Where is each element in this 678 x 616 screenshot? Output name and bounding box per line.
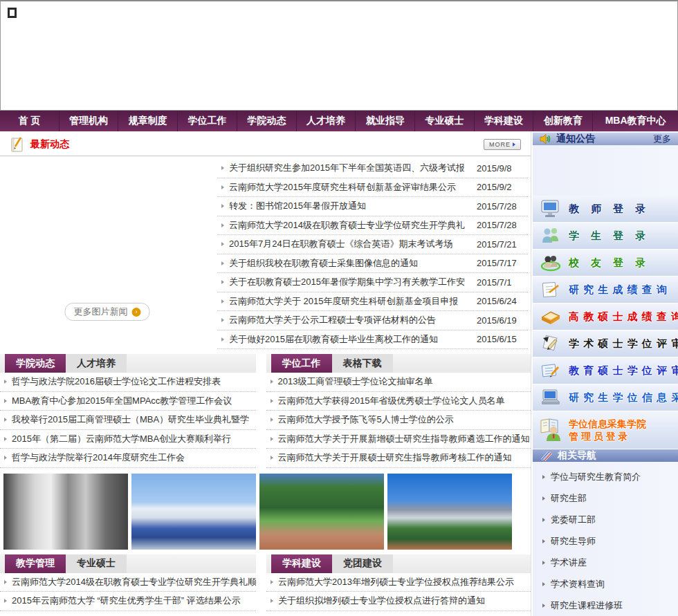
news-row: 云南师范大学2014级在职教育硕士专业学位研究生开学典礼2015/7/28 bbox=[217, 216, 528, 236]
sculpture-garden-photo[interactable] bbox=[259, 474, 384, 550]
button-label: 研 究 生 学 位 信 息 采 集 bbox=[569, 391, 678, 404]
news-link[interactable]: 云南师范大学2014级在职教育硕士专业学位研究生开学典礼 bbox=[229, 219, 473, 232]
related-link[interactable]: 学术讲座 bbox=[533, 552, 678, 573]
news-link[interactable]: 关于组织拟增列硕士专业学位授权点进行答辩的通知 bbox=[278, 595, 531, 607]
news-row: 转发：图书馆2015年暑假开放通知2015/7/28 bbox=[217, 197, 528, 216]
notice-more-link[interactable]: 更多 bbox=[653, 133, 671, 145]
news-date: 2015/7/1 bbox=[473, 277, 528, 288]
tab-form-download[interactable]: 表格下载 bbox=[332, 354, 393, 373]
bullet-arrow-icon bbox=[221, 204, 224, 208]
news-date: 2015/9/8 bbox=[473, 163, 528, 174]
grades-note-icon bbox=[533, 280, 569, 299]
more-photo-news-button[interactable]: 更多图片新闻› bbox=[65, 303, 150, 321]
news-row: 关于组织研究生参加2015年下半年全国英语四、六级考试报2015/9/8 bbox=[217, 159, 528, 178]
related-link[interactable]: 研究生导师 bbox=[533, 530, 678, 552]
news-link[interactable]: 2015年7月24日在职教育硕士《综合英语》期末考试考场 bbox=[229, 238, 473, 250]
news-link[interactable]: 关于组织我校在职教育硕士采集图像信息的通知 bbox=[229, 257, 473, 270]
grad-grades-query-button[interactable]: 研 究 生 成 绩 查 询 bbox=[533, 277, 678, 304]
news-link[interactable]: 云南师范大学2013年增列硕士专业学位授权点推荐结果公示 bbox=[278, 576, 531, 588]
campus-building-statue-photo[interactable] bbox=[387, 474, 512, 550]
related-link[interactable]: 研究生课程进修班 bbox=[533, 595, 678, 616]
nav-item-discipline[interactable]: 学科建设 bbox=[475, 111, 534, 131]
nav-item-employment[interactable]: 就业指导 bbox=[356, 111, 415, 131]
section-teaching: 教学管理 专业硕士 云南师范大学2014级在职教育硕士专业学位研究生开学典礼顺 … bbox=[0, 554, 256, 611]
related-link[interactable]: 研究生部 bbox=[533, 487, 678, 509]
tab-professional-master[interactable]: 专业硕士 bbox=[66, 554, 127, 573]
notice-header: 通知公告 更多 bbox=[533, 133, 678, 145]
student-login-button[interactable]: 学 生 登 录 bbox=[533, 223, 678, 250]
nav-item-mba-center[interactable]: MBA教育中心 bbox=[593, 111, 678, 131]
nav-item-innovation[interactable]: 创新教育 bbox=[533, 111, 593, 131]
news-link[interactable]: 2015年云南师范大学 “研究生优秀学生干部” 评选结果公示 bbox=[12, 595, 256, 607]
edu-note-icon bbox=[533, 361, 569, 380]
bullet-arrow-icon bbox=[221, 280, 224, 284]
news-link[interactable]: 哲学与政法学院举行2014年度研究生工作会 bbox=[12, 451, 256, 464]
bullet-arrow-icon bbox=[4, 399, 7, 403]
bullet-arrow-icon bbox=[542, 518, 545, 522]
related-nav-header: 相关导航 bbox=[533, 449, 678, 462]
news-link[interactable]: 2013级工商管理硕士学位论文抽审名单 bbox=[278, 375, 531, 388]
photo-slideshow-pane: 更多图片新闻› bbox=[0, 156, 214, 348]
tab-teaching-management[interactable]: 教学管理 bbox=[5, 554, 66, 573]
news-link[interactable]: 关于组织研究生参加2015年下半年全国英语四、六级考试报 bbox=[229, 162, 473, 174]
nav-item-admin-orgs[interactable]: 管理机构 bbox=[59, 111, 119, 131]
sidebar-login-buttons: 教 师 登 录 学 生 登 录 校 友 登 录 研 究 生 成 绩 查 询 高 … bbox=[533, 196, 678, 449]
related-link[interactable]: 党委研工部 bbox=[533, 509, 678, 530]
news-link[interactable]: 关于在职教育硕士2015年暑假学期集中学习有关教学工作安 bbox=[229, 276, 473, 288]
news-link[interactable]: 云南师范大学关于公示工程硕士专项评估材料的公告 bbox=[229, 314, 473, 326]
tab-party-building[interactable]: 党团建设 bbox=[332, 554, 393, 573]
news-date: 2015/7/28 bbox=[473, 220, 528, 230]
education-degree-review-button[interactable]: 教 育 硕 士 学 位 评 审 bbox=[533, 357, 678, 384]
historic-gate-photo[interactable] bbox=[3, 474, 128, 550]
related-link[interactable]: 学位与研究生教育简介 bbox=[533, 466, 678, 487]
news-link[interactable]: 云南师范大学关于开展硕士研究生指导教师考核工作的通知 bbox=[278, 451, 531, 464]
more-arrow-icon bbox=[513, 142, 515, 147]
nav-item-degree-work[interactable]: 学位工作 bbox=[178, 111, 237, 131]
news-row: MBA教育中心参加2015年全国MPAcc教学管理工作会议 bbox=[0, 392, 256, 411]
news-row: 云南师范大学关于 2015年度研究生科研创新基金项目申报2015/6/24 bbox=[217, 292, 528, 312]
button-label: 教 育 硕 士 学 位 评 审 bbox=[569, 364, 678, 377]
bullet-arrow-icon bbox=[4, 418, 7, 422]
news-link[interactable]: 云南师范大学2015年度研究生科研创新基金评审结果公示 bbox=[229, 181, 473, 194]
tab-discipline-building[interactable]: 学科建设 bbox=[271, 554, 332, 573]
teacher-login-button[interactable]: 教 师 登 录 bbox=[533, 196, 678, 223]
campus-gate-graduates-photo[interactable] bbox=[131, 474, 256, 550]
news-link[interactable]: 云南师范大学关于 2015年度研究生科研创新基金项目申报 bbox=[229, 295, 473, 308]
latest-more-button[interactable]: MORE bbox=[484, 139, 521, 150]
news-link[interactable]: 关于做好2015届在职教育硕士毕业生离校工作的通知 bbox=[229, 333, 473, 346]
bullet-arrow-icon bbox=[542, 475, 545, 479]
news-row: 关于做好2015届在职教育硕士毕业生离校工作的通知2015/6/15 bbox=[217, 330, 528, 350]
tab-college-news[interactable]: 学院动态 bbox=[5, 354, 66, 373]
news-link[interactable]: MBA教育中心参加2015年全国MPAcc教学管理工作会议 bbox=[12, 395, 256, 407]
degree-info-admin-login-button[interactable]: 学位信息采集学院管 理 员 登 录 bbox=[533, 411, 678, 449]
news-link[interactable]: 云南师范大学关于开展新增硕士研究生指导教师遴选工作的通知 bbox=[278, 433, 531, 445]
bullet-arrow-icon bbox=[221, 261, 224, 265]
news-link[interactable]: 云南师范大学授予陈飞等5人博士学位的公示 bbox=[278, 413, 531, 426]
latest-news-list: 关于组织研究生参加2015年下半年全国英语四、六级考试报2015/9/8 云南师… bbox=[214, 156, 531, 349]
nav-item-home[interactable]: 首 页 bbox=[0, 111, 59, 131]
degree-info-collect-button[interactable]: 研 究 生 学 位 信 息 采 集 bbox=[533, 384, 678, 411]
bullet-arrow-icon bbox=[221, 337, 224, 342]
nav-item-talent[interactable]: 人才培养 bbox=[297, 111, 356, 131]
news-link[interactable]: 我校举行2015届工商管理硕士（MBA）研究生毕业典礼暨学 bbox=[12, 413, 256, 426]
news-link[interactable]: 哲学与政法学院2016届硕士学位论文工作进程安排表 bbox=[12, 375, 256, 388]
nav-item-rules[interactable]: 规章制度 bbox=[118, 111, 178, 131]
nav-item-professional-master[interactable]: 专业硕士 bbox=[415, 111, 475, 131]
bullet-arrow-icon bbox=[221, 318, 224, 322]
gaojiao-grades-query-button[interactable]: 高 教 硕 士 成 绩 查 询 bbox=[533, 304, 678, 330]
photo-strip bbox=[0, 474, 531, 550]
news-link[interactable]: 云南师范大学获得2015年省级优秀硕士学位论文人员名单 bbox=[278, 395, 531, 407]
tab-talent[interactable]: 人才培养 bbox=[66, 354, 127, 373]
news-link[interactable]: 转发：图书馆2015年暑假开放通知 bbox=[229, 200, 473, 212]
alumni-login-button[interactable]: 校 友 登 录 bbox=[533, 250, 678, 277]
news-link[interactable]: 云南师范大学2014级在职教育硕士专业学位研究生开学典礼顺 bbox=[12, 576, 256, 588]
bullet-arrow-icon bbox=[4, 599, 7, 603]
tabbar: 学科建设 党团建设 bbox=[266, 554, 531, 573]
news-link[interactable]: 2015年（第二届）云南师范大学MBA创业大赛顺利举行 bbox=[12, 433, 256, 445]
related-link[interactable]: 学术资料查询 bbox=[533, 573, 678, 595]
academic-degree-review-button[interactable]: 学 术 硕 士 学 位 评 审 bbox=[533, 330, 678, 357]
nav-item-college-news[interactable]: 学院动态 bbox=[237, 111, 297, 131]
news-row: 云南师范大学关于开展硕士研究生指导教师考核工作的通知 bbox=[266, 449, 531, 468]
tab-degree-work[interactable]: 学位工作 bbox=[271, 354, 332, 373]
news-row: 关于在职教育硕士2015年暑假学期集中学习有关教学工作安2015/7/1 bbox=[217, 273, 528, 292]
